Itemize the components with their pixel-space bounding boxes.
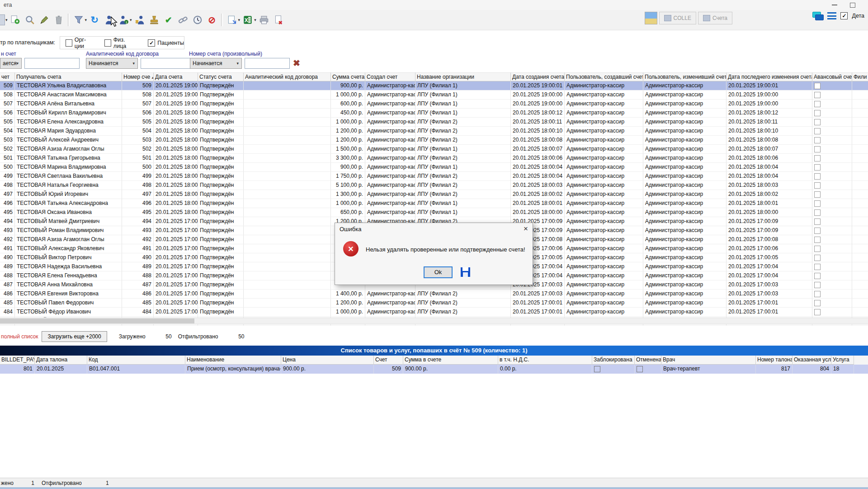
print-button[interactable] bbox=[257, 12, 271, 28]
patient-info-button[interactable]: i bbox=[116, 12, 131, 28]
close-document-button[interactable]: ✖ bbox=[271, 12, 286, 28]
col-bill[interactable]: Счет bbox=[374, 356, 403, 365]
edit-button[interactable] bbox=[37, 12, 52, 28]
new-document-button[interactable] bbox=[8, 12, 23, 28]
advance-checkbox[interactable] bbox=[814, 309, 821, 315]
table-row[interactable]: 497 ТЕСТОВЫЙ Юрий Игоревич 497 20.01.202… bbox=[0, 190, 868, 199]
col-date[interactable]: Дата счета bbox=[154, 72, 198, 81]
payer-patients-option[interactable]: ✓Пациенты bbox=[148, 39, 184, 47]
advance-checkbox[interactable] bbox=[814, 182, 821, 189]
advance-checkbox[interactable] bbox=[814, 137, 821, 143]
advance-checkbox[interactable] bbox=[814, 228, 821, 234]
table-row[interactable]: 503 ТЕСТОВЫЙ Алексей Андреевич 503 20.01… bbox=[0, 136, 868, 145]
col-ticket-date[interactable]: Дата талона bbox=[35, 356, 87, 365]
advance-checkbox[interactable] bbox=[814, 300, 821, 306]
advance-checkbox[interactable] bbox=[814, 128, 821, 134]
col-status[interactable]: Статус счета bbox=[198, 72, 244, 81]
table-row[interactable]: 507 ТЕСТОВАЯ Алёна Витальевна 507 20.01.… bbox=[0, 100, 868, 109]
col-contract-code[interactable]: Аналитический код договора bbox=[244, 72, 331, 81]
chevron-down-icon[interactable]: ▾ bbox=[238, 18, 241, 22]
link-button[interactable] bbox=[176, 12, 190, 28]
filter2-input[interactable] bbox=[141, 58, 192, 69]
col-user-modified[interactable]: Пользователь, изменивший счет bbox=[643, 72, 726, 81]
advance-checkbox[interactable] bbox=[814, 83, 821, 89]
image-button[interactable] bbox=[645, 12, 657, 24]
filter3-operator-select[interactable]: Начинается▾ bbox=[190, 58, 242, 69]
table-row[interactable]: 495 ТЕСТОВАЯ Оксана Ивановна 495 20.01.2… bbox=[0, 208, 868, 217]
table-row[interactable]: 496 ТЕСТОВАЯ Татьяна Александровна 496 2… bbox=[0, 199, 868, 208]
table-row[interactable]: 484 ТЕСТОВЫЙ Фёдор Иванович 484 20.01.20… bbox=[0, 308, 868, 317]
filter2-operator-select[interactable]: Начинается▾ bbox=[86, 58, 138, 69]
advance-checkbox[interactable] bbox=[814, 237, 821, 243]
stamp-button[interactable] bbox=[147, 12, 161, 28]
col-service[interactable]: Услуга bbox=[831, 356, 854, 365]
cancelled-checkbox[interactable] bbox=[637, 366, 643, 372]
refresh-button[interactable]: ↻ bbox=[87, 12, 102, 28]
table-row[interactable]: 500 ТЕСТОВАЯ Марина Владимировна 500 20.… bbox=[0, 163, 868, 172]
maximize-icon[interactable] bbox=[850, 3, 855, 8]
history-button[interactable] bbox=[190, 12, 205, 28]
col-name[interactable]: Наименование bbox=[185, 356, 281, 365]
clear-filters-icon[interactable]: ✖ bbox=[293, 58, 300, 68]
col-number[interactable]: Номер сче ▴ bbox=[122, 72, 154, 81]
table-row[interactable]: 506 ТЕСТОВЫЙ Кирилл Владимирович 506 20.… bbox=[0, 109, 868, 118]
col-doctor[interactable]: Врач bbox=[661, 356, 756, 365]
table-row[interactable]: 509 ТЕСТОВАЯ Ульяна Владиславовна 509 20… bbox=[0, 81, 868, 90]
col-bill-sum[interactable]: Сумма в счете bbox=[403, 356, 498, 365]
cards-view-icon[interactable] bbox=[812, 12, 823, 20]
advance-checkbox[interactable] bbox=[814, 264, 821, 270]
table-row[interactable]: 486 ТЕСТОВАЯ Евгения Викторовна 486 20.0… bbox=[0, 290, 868, 299]
delete-button[interactable] bbox=[52, 12, 66, 28]
horizontal-scrollbar[interactable] bbox=[0, 318, 868, 324]
advance-checkbox[interactable] bbox=[814, 101, 821, 107]
col-user-created[interactable]: Пользователь, создавший счет bbox=[565, 72, 643, 81]
col-recipient[interactable]: Получатель счета bbox=[15, 72, 122, 81]
filter1-input[interactable] bbox=[24, 58, 80, 69]
col-id[interactable]: чет bbox=[0, 72, 15, 81]
chevron-down-icon[interactable]: ▾ bbox=[85, 18, 87, 22]
excel-export-button[interactable]: X bbox=[241, 12, 255, 28]
payer-individuals-option[interactable]: Физ. лица bbox=[104, 37, 137, 49]
col-branch[interactable]: Фили bbox=[852, 72, 868, 81]
advance-checkbox[interactable] bbox=[814, 200, 821, 207]
payer-button[interactable] bbox=[132, 12, 147, 28]
list-view-icon[interactable] bbox=[827, 12, 836, 19]
advance-checkbox[interactable] bbox=[814, 209, 821, 216]
filter3-input[interactable] bbox=[245, 58, 290, 69]
col-created[interactable]: Дата создания счета bbox=[511, 72, 565, 81]
col-blocked[interactable]: Заблокирована bbox=[592, 356, 635, 365]
minimize-icon[interactable] bbox=[832, 5, 837, 5]
accounts-button[interactable]: Счета bbox=[698, 12, 732, 24]
individuals-checkbox[interactable] bbox=[104, 39, 111, 47]
col-cancelled[interactable]: Отменена bbox=[635, 356, 661, 365]
chevron-down-icon[interactable]: ▾ bbox=[5, 18, 8, 22]
advance-checkbox[interactable] bbox=[814, 282, 821, 288]
advance-checkbox[interactable] bbox=[814, 173, 821, 180]
advance-checkbox[interactable] bbox=[814, 273, 821, 279]
page-setup-button[interactable] bbox=[225, 12, 239, 28]
search-button[interactable] bbox=[23, 12, 37, 28]
payer-orgs-option[interactable]: Орг-ции bbox=[66, 37, 94, 49]
chevron-down-icon[interactable]: ▾ bbox=[130, 18, 132, 22]
collb-button[interactable]: COLLE bbox=[659, 12, 696, 24]
table-row[interactable]: 485 ТЕСТОВЫЙ Павел Федорович 485 20.01.2… bbox=[0, 299, 868, 308]
col-modified-date[interactable]: Дата последнего изменения счета bbox=[726, 72, 812, 81]
details-checkbox[interactable]: ✓ bbox=[840, 12, 848, 19]
table-row[interactable]: 499 ТЕСТОВАЯ Светлана Вакильевна 499 20.… bbox=[0, 172, 868, 181]
load-more-button[interactable]: Загрузить еще +2000 bbox=[42, 331, 107, 342]
table-row[interactable]: 502 ТЕСТОВАЯ Азиза Агамоглан Оглы 502 20… bbox=[0, 145, 868, 154]
filter-button[interactable] bbox=[71, 12, 86, 28]
col-price[interactable]: Цена bbox=[281, 356, 374, 365]
col-code[interactable]: Код bbox=[87, 356, 185, 365]
table-row[interactable]: 504 ТЕСТОВАЯ Мария Эдуардовна 504 20.01.… bbox=[0, 127, 868, 136]
advance-checkbox[interactable] bbox=[814, 255, 821, 261]
table-row[interactable]: 498 ТЕСТОВАЯ Наталья Георгиевна 498 20.0… bbox=[0, 181, 868, 190]
dialog-close-icon[interactable]: × bbox=[524, 224, 528, 233]
blocked-checkbox[interactable] bbox=[594, 366, 600, 372]
col-service-done[interactable]: Оказанная услуга bbox=[793, 356, 831, 365]
confirm-button[interactable]: ✔ bbox=[161, 12, 176, 28]
col-advance[interactable]: Авансовый счет bbox=[812, 72, 852, 81]
col-vat[interactable]: в т.ч. Н.Д.С. bbox=[498, 356, 592, 365]
advance-checkbox[interactable] bbox=[814, 291, 821, 297]
block-button[interactable]: ⊘ bbox=[205, 12, 219, 28]
